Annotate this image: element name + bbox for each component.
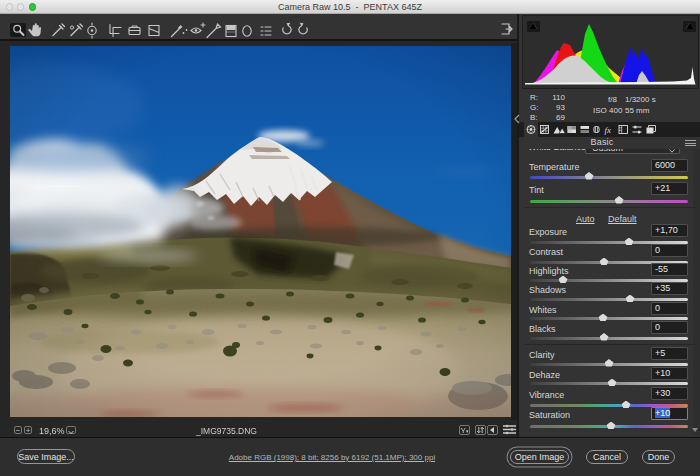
svg-text:fx: fx — [605, 125, 612, 135]
